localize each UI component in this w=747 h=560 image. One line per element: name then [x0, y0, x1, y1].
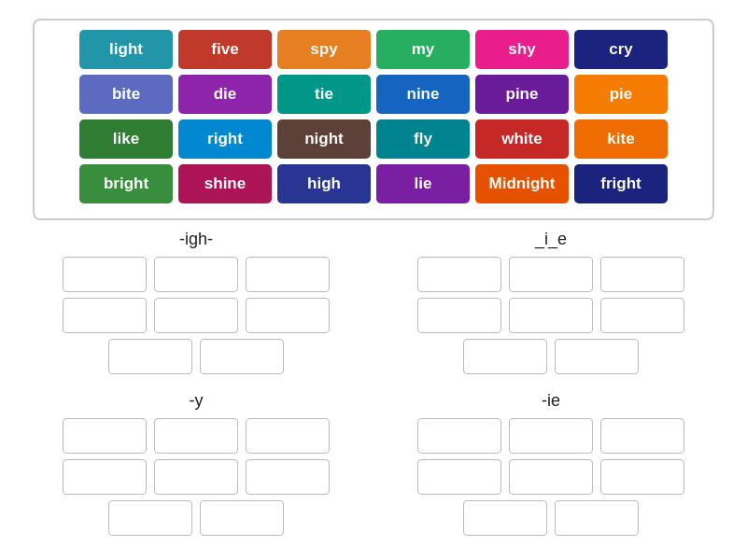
drop-box[interactable] [509, 257, 593, 292]
drop-box[interactable] [555, 500, 639, 536]
word-tile[interactable]: like [79, 119, 173, 159]
drop-box[interactable] [154, 257, 238, 292]
word-tile[interactable]: tie [277, 75, 371, 114]
word-tile[interactable]: bite [79, 75, 173, 114]
word-tile[interactable]: shy [475, 30, 569, 69]
drop-box[interactable] [63, 298, 147, 333]
word-tile[interactable]: die [178, 75, 272, 114]
tile-row: brightshinehighlieMidnightfright [46, 164, 701, 203]
word-tile[interactable]: night [277, 119, 371, 159]
tiles-container: lightfivespymyshycrybitedietieninepinepi… [33, 19, 714, 220]
word-tile[interactable]: Midnight [475, 164, 569, 203]
word-tile[interactable]: right [178, 119, 272, 159]
drop-rows-igh [33, 257, 359, 374]
drop-box[interactable] [246, 459, 330, 495]
drop-box[interactable] [463, 500, 547, 536]
drop-box[interactable] [246, 298, 330, 333]
drop-box[interactable] [463, 339, 547, 374]
word-tile[interactable]: white [475, 119, 569, 159]
tile-row: lightfivespymyshycry [46, 30, 701, 69]
word-tile[interactable]: pie [574, 75, 668, 114]
drop-box[interactable] [600, 459, 684, 495]
drop-box[interactable] [555, 339, 639, 374]
word-tile[interactable]: high [277, 164, 371, 203]
word-tile[interactable]: kite [574, 119, 668, 159]
word-tile[interactable]: my [376, 30, 470, 69]
word-tile[interactable]: light [79, 30, 173, 69]
drop-box[interactable] [246, 418, 330, 454]
tile-row: bitedietieninepinepie [46, 75, 701, 114]
drop-box[interactable] [417, 418, 501, 454]
word-tile[interactable]: shine [178, 164, 272, 203]
word-tile[interactable]: fright [574, 164, 668, 203]
drop-box[interactable] [600, 418, 684, 454]
drop-box[interactable] [63, 459, 147, 495]
category-igh: -igh- [33, 230, 359, 374]
category-y-title: -y [33, 391, 359, 411]
word-tile[interactable]: lie [376, 164, 470, 203]
categories-top: -igh- _i_e [33, 230, 714, 374]
drop-box[interactable] [246, 257, 330, 292]
drop-box[interactable] [417, 459, 501, 495]
drop-rows-i_e [388, 257, 714, 374]
category-y: -y [33, 391, 359, 536]
category-ie: -ie [388, 391, 714, 536]
drop-box[interactable] [154, 418, 238, 454]
drop-box[interactable] [154, 459, 238, 495]
drop-rows-ie [388, 418, 714, 536]
word-tile[interactable]: spy [277, 30, 371, 69]
drop-box[interactable] [200, 339, 284, 374]
drop-box[interactable] [154, 298, 238, 333]
categories-bottom: -y -ie [33, 391, 714, 536]
tiles-grid: lightfivespymyshycrybitedietieninepinepi… [46, 30, 701, 203]
category-ie-title: -ie [388, 391, 714, 411]
drop-box[interactable] [509, 459, 593, 495]
word-tile[interactable]: cry [574, 30, 668, 69]
word-tile[interactable]: fly [376, 119, 470, 159]
drop-box[interactable] [417, 257, 501, 292]
category-i_e: _i_e [388, 230, 714, 374]
drop-box[interactable] [417, 298, 501, 333]
category-i_e-title: _i_e [388, 230, 714, 249]
drop-box[interactable] [108, 339, 192, 374]
drop-box[interactable] [600, 257, 684, 292]
drop-box[interactable] [200, 500, 284, 536]
word-tile[interactable]: pine [475, 75, 569, 114]
category-igh-title: -igh- [33, 230, 359, 249]
drop-box[interactable] [600, 298, 684, 333]
drop-box[interactable] [63, 418, 147, 454]
drop-box[interactable] [509, 418, 593, 454]
tile-row: likerightnightflywhitekite [46, 119, 701, 159]
drop-box[interactable] [509, 298, 593, 333]
drop-rows-y [33, 418, 359, 536]
word-tile[interactable]: bright [79, 164, 173, 203]
drop-box[interactable] [108, 500, 192, 536]
drop-box[interactable] [63, 257, 147, 292]
word-tile[interactable]: five [178, 30, 272, 69]
word-tile[interactable]: nine [376, 75, 470, 114]
